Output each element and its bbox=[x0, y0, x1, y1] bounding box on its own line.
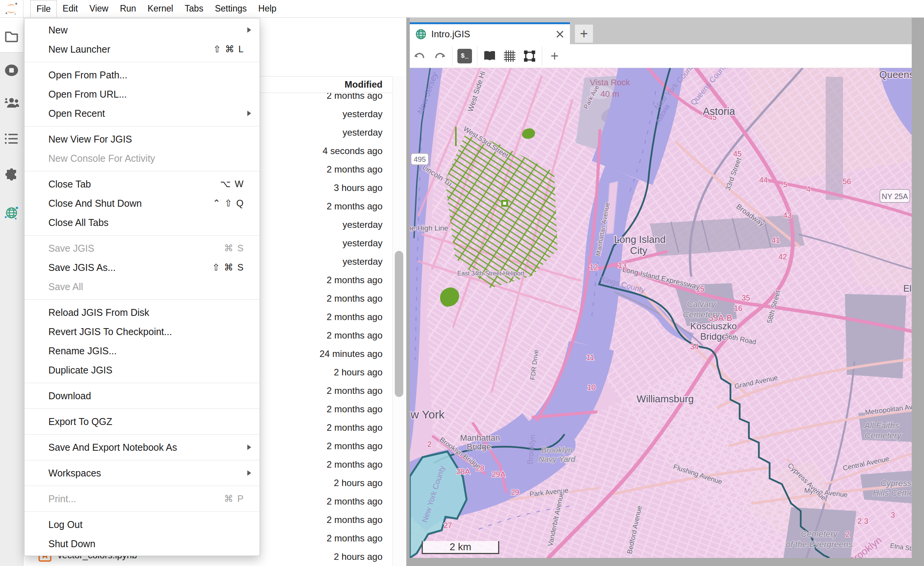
svg-text:35: 35 bbox=[742, 294, 750, 302]
menu-divider bbox=[25, 434, 260, 435]
svg-text:2 3: 2 3 bbox=[858, 517, 868, 525]
svg-text:5: 5 bbox=[783, 180, 787, 189]
menu-edit[interactable]: Edit bbox=[57, 0, 84, 17]
modified-column-header[interactable]: Modified bbox=[344, 79, 383, 90]
svg-text:40 m: 40 m bbox=[601, 89, 619, 99]
svg-text:NY 25A: NY 25A bbox=[882, 192, 908, 201]
svg-text:Williamsburg: Williamsburg bbox=[637, 393, 694, 405]
shortcut: ⌥ W bbox=[220, 179, 244, 189]
menu-item-duplicate-jgis[interactable]: Duplicate JGIS bbox=[25, 360, 260, 380]
svg-text:Manhattan: Manhattan bbox=[460, 433, 500, 443]
file-browser-folder-icon[interactable] bbox=[5, 30, 18, 44]
svg-text:11: 11 bbox=[586, 353, 594, 362]
submenu-arrow-icon bbox=[247, 111, 251, 116]
svg-text:The High Line: The High Line bbox=[410, 224, 448, 232]
shortcut: ⌃ ⇧ Q bbox=[213, 198, 244, 209]
menu-tabs[interactable]: Tabs bbox=[179, 0, 209, 17]
svg-text:2: 2 bbox=[845, 530, 849, 538]
menu-item-save-jgis: Save JGIS⌘ S bbox=[25, 239, 260, 258]
jupyter-logo-icon bbox=[4, 2, 19, 16]
menu-help[interactable]: Help bbox=[253, 0, 282, 17]
menu-item-open-recent[interactable]: Open Recent bbox=[25, 104, 260, 123]
jgis-tab-globe-icon bbox=[415, 28, 427, 40]
menu-item-export-to-qgz[interactable]: Export To QGZ bbox=[25, 412, 260, 431]
menu-item-download[interactable]: Download bbox=[25, 386, 260, 405]
menu-settings[interactable]: Settings bbox=[209, 0, 252, 17]
scrollbar-thumb[interactable] bbox=[395, 251, 403, 397]
svg-text:44: 44 bbox=[759, 176, 768, 184]
svg-text:Cemetery: Cemetery bbox=[801, 529, 838, 539]
redo-icon[interactable] bbox=[430, 46, 450, 66]
menu-item-close-tab[interactable]: Close Tab⌥ W bbox=[25, 174, 260, 194]
file-browser-scrollbar[interactable] bbox=[392, 76, 406, 566]
map-canvas[interactable]: 495 NY 25A 45 45 44 5 4 56 43 41 42 13 1… bbox=[410, 68, 912, 558]
new-tab-button[interactable]: + bbox=[575, 25, 593, 43]
svg-text:2: 2 bbox=[427, 440, 431, 448]
table-of-contents-icon[interactable] bbox=[5, 133, 18, 146]
menu-item-new-console: New Console For Activity bbox=[25, 149, 260, 168]
undo-icon[interactable] bbox=[410, 46, 430, 66]
menu-item-workspaces[interactable]: Workspaces bbox=[25, 463, 260, 483]
menu-item-reload-jgis[interactable]: Reload JGIS From Disk bbox=[25, 303, 260, 322]
terminal-console-icon[interactable]: $_ bbox=[455, 46, 475, 66]
vector-square-icon[interactable] bbox=[520, 46, 540, 66]
menu-item-save-jgis-as[interactable]: Save JGIS As...⇧ ⌘ S bbox=[25, 258, 260, 277]
menu-item-new[interactable]: New bbox=[25, 20, 260, 40]
menu-divider bbox=[25, 486, 260, 486]
menu-item-close-and-shut-down[interactable]: Close And Shut Down⌃ ⇧ Q bbox=[25, 194, 260, 213]
collaboration-users-icon[interactable] bbox=[4, 97, 19, 111]
menu-divider bbox=[25, 511, 260, 512]
map-scale-bar: 2 km bbox=[422, 541, 499, 554]
menu-divider bbox=[25, 408, 260, 409]
running-kernels-icon[interactable] bbox=[4, 64, 19, 78]
menu-item-print: Print...⌘ P bbox=[25, 489, 260, 508]
menu-item-shut-down[interactable]: Shut Down bbox=[25, 534, 260, 553]
panel-gap bbox=[406, 18, 410, 566]
svg-text:Cypress: Cypress bbox=[881, 478, 912, 488]
menu-item-open-from-path[interactable]: Open From Path... bbox=[25, 65, 260, 85]
menu-item-new-launcher[interactable]: New Launcher⇧ ⌘ L bbox=[25, 40, 260, 59]
menu-divider bbox=[25, 62, 260, 62]
svg-text:43: 43 bbox=[783, 211, 792, 219]
menu-item-revert-jgis[interactable]: Revert JGIS To Checkpoint... bbox=[25, 322, 260, 341]
symbology-book-icon[interactable] bbox=[480, 46, 500, 66]
menu-item-log-out[interactable]: Log Out bbox=[25, 515, 260, 534]
svg-text:Elmhur: Elmhur bbox=[903, 283, 912, 294]
raster-grid-icon[interactable] bbox=[500, 46, 520, 66]
svg-text:Bridge: Bridge bbox=[467, 442, 491, 451]
file-menu-dropdown: New New Launcher⇧ ⌘ L Open From Path... … bbox=[24, 18, 260, 556]
svg-text:Hills Cemet: Hills Cemet bbox=[873, 488, 912, 498]
shortcut: ⌘ S bbox=[224, 243, 244, 254]
svg-text:56: 56 bbox=[843, 177, 851, 186]
menu-kernel[interactable]: Kernel bbox=[142, 0, 179, 17]
submenu-arrow-icon bbox=[247, 445, 251, 450]
menu-divider bbox=[25, 126, 260, 126]
svg-text:East 34th Street Heliport: East 34th Street Heliport bbox=[457, 270, 525, 277]
menu-file[interactable]: File bbox=[30, 0, 57, 17]
svg-text:45: 45 bbox=[733, 149, 742, 158]
svg-text:29A: 29A bbox=[492, 470, 505, 478]
map-toolbar: $_ + bbox=[410, 44, 912, 68]
jgis-globe-icon[interactable] bbox=[4, 205, 19, 222]
extension-puzzle-icon[interactable] bbox=[5, 168, 18, 184]
menubar-items: File Edit View Run Kernel Tabs Settings … bbox=[23, 0, 282, 17]
add-layer-icon[interactable]: + bbox=[545, 46, 565, 66]
svg-text:Cemetery: Cemetery bbox=[683, 310, 720, 319]
close-icon[interactable] bbox=[555, 30, 565, 39]
menu-run[interactable]: Run bbox=[114, 0, 142, 17]
svg-text:4: 4 bbox=[806, 185, 810, 193]
tab-intro-jgis[interactable]: Intro.jGIS bbox=[410, 22, 570, 44]
menu-item-save-and-export-notebook-as[interactable]: Save And Export Notebook As bbox=[25, 438, 260, 457]
menu-item-open-from-url[interactable]: Open From URL... bbox=[25, 85, 260, 104]
menu-item-save-all: Save All bbox=[25, 277, 260, 296]
menu-item-new-view[interactable]: New View For JGIS bbox=[25, 129, 260, 149]
menu-item-rename-jgis[interactable]: Rename JGIS... bbox=[25, 341, 260, 360]
svg-text:Brooklyn: Brooklyn bbox=[541, 445, 573, 454]
menu-view[interactable]: View bbox=[84, 0, 114, 17]
svg-text:41: 41 bbox=[772, 236, 780, 244]
menu-item-close-all-tabs[interactable]: Close All Tabs bbox=[25, 213, 260, 232]
menu-divider bbox=[25, 299, 260, 300]
toolbar-separator bbox=[477, 46, 477, 66]
svg-text:16: 16 bbox=[734, 304, 742, 312]
svg-text:Navy Yard: Navy Yard bbox=[538, 455, 576, 463]
